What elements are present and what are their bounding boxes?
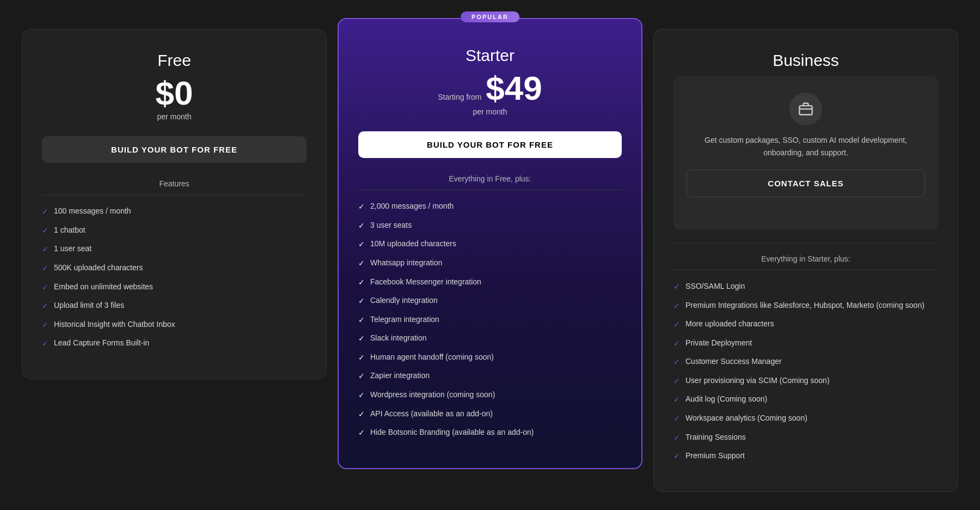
check-icon: ✓ bbox=[358, 315, 365, 326]
list-item: ✓ 3 user seats bbox=[358, 220, 622, 232]
check-icon: ✓ bbox=[358, 428, 365, 439]
check-icon: ✓ bbox=[673, 319, 680, 330]
starter-plan-name: Starter bbox=[358, 46, 622, 65]
svg-rect-0 bbox=[799, 106, 812, 114]
feature-text: User provisioning via SCIM (Coming soon) bbox=[685, 375, 830, 386]
feature-text: 100 messages / month bbox=[54, 206, 131, 217]
list-item: ✓ Customer Success Manager bbox=[673, 356, 938, 368]
pricing-container: Free $0 per month BUILD YOUR BOT FOR FRE… bbox=[11, 18, 969, 492]
feature-text: Premium Support bbox=[685, 451, 745, 462]
list-item: ✓ More uploaded characters bbox=[673, 319, 938, 330]
check-icon: ✓ bbox=[358, 296, 365, 307]
starter-price-from: Starting from bbox=[438, 93, 481, 101]
check-icon: ✓ bbox=[673, 376, 680, 387]
free-cta-button[interactable]: BUILD YOUR BOT FOR FREE bbox=[42, 136, 307, 163]
business-plan-name: Business bbox=[673, 51, 938, 70]
list-item: ✓ SSO/SAML Login bbox=[673, 281, 938, 293]
check-icon: ✓ bbox=[358, 239, 365, 250]
list-item: ✓ Wordpress integration (coming soon) bbox=[358, 390, 622, 401]
business-features-title: Everything in Starter, plus: bbox=[673, 254, 938, 270]
list-item: ✓ Historical Insight with Chatbot Inbox bbox=[42, 319, 307, 331]
feature-text: Lead Capture Forms Built-in bbox=[54, 338, 149, 349]
check-icon: ✓ bbox=[673, 451, 680, 462]
check-icon: ✓ bbox=[358, 258, 365, 269]
list-item: ✓ Whatsapp integration bbox=[358, 258, 622, 269]
check-icon: ✓ bbox=[42, 244, 48, 255]
check-icon: ✓ bbox=[358, 353, 365, 363]
feature-text: Upload limit of 3 files bbox=[54, 300, 124, 311]
check-icon: ✓ bbox=[673, 301, 680, 312]
check-icon: ✓ bbox=[42, 207, 48, 217]
feature-text: Wordpress integration (coming soon) bbox=[370, 390, 495, 400]
feature-text: Human agent handoff (coming soon) bbox=[370, 352, 494, 363]
starter-features-list: ✓ 2,000 messages / month ✓ 3 user seats … bbox=[358, 201, 622, 439]
starter-cta-button[interactable]: BUILD YOUR BOT FOR FREE bbox=[358, 131, 622, 158]
free-price-row: $0 bbox=[42, 76, 307, 110]
list-item: ✓ Private Deployment bbox=[673, 338, 938, 349]
check-icon: ✓ bbox=[673, 338, 680, 349]
business-description: Get custom packages, SSO, custom AI mode… bbox=[687, 134, 925, 159]
list-item: ✓ Audit log (Coming soon) bbox=[673, 394, 938, 405]
list-item: ✓ Hide Botsonic Branding (available as a… bbox=[358, 427, 622, 439]
check-icon: ✓ bbox=[358, 409, 365, 420]
list-item: ✓ Embed on unlimited websites bbox=[42, 282, 307, 293]
starter-plan-card: POPULAR Starter Starting from $49 per mo… bbox=[338, 18, 642, 469]
check-icon: ✓ bbox=[358, 221, 365, 232]
check-icon: ✓ bbox=[42, 263, 48, 274]
free-plan-name: Free bbox=[42, 51, 307, 70]
feature-text: 500K uploaded characters bbox=[54, 263, 143, 274]
check-icon: ✓ bbox=[42, 226, 48, 236]
feature-text: Historical Insight with Chatbot Inbox bbox=[54, 319, 175, 330]
list-item: ✓ Training Sessions bbox=[673, 432, 938, 444]
starter-price-period: per month bbox=[358, 107, 622, 116]
feature-text: 2,000 messages / month bbox=[370, 201, 454, 212]
free-price-period: per month bbox=[42, 112, 307, 121]
feature-text: More uploaded characters bbox=[685, 319, 774, 330]
list-item: ✓ 500K uploaded characters bbox=[42, 263, 307, 274]
list-item: ✓ Zapier integration bbox=[358, 371, 622, 382]
starter-price-row: Starting from $49 bbox=[358, 71, 622, 105]
feature-text: Calendly integration bbox=[370, 295, 438, 306]
list-item: ✓ Facebook Messenger integration bbox=[358, 277, 622, 288]
feature-text: 3 user seats bbox=[370, 220, 412, 231]
starter-price-amount: $49 bbox=[486, 71, 542, 105]
list-item: ✓ 100 messages / month bbox=[42, 206, 307, 217]
check-icon: ✓ bbox=[673, 433, 680, 444]
list-item: ✓ 2,000 messages / month bbox=[358, 201, 622, 212]
feature-text: Workspace analytics (Coming soon) bbox=[685, 413, 807, 424]
feature-text: Whatsapp integration bbox=[370, 258, 442, 269]
business-features-list: ✓ SSO/SAML Login ✓ Premium Integrations … bbox=[673, 281, 938, 462]
list-item: ✓ API Access (available as an add-on) bbox=[358, 409, 622, 420]
business-plan-card: Business Get custom packages, SSO, custo… bbox=[653, 29, 958, 492]
free-plan-card: Free $0 per month BUILD YOUR BOT FOR FRE… bbox=[22, 29, 327, 379]
check-icon: ✓ bbox=[673, 414, 680, 424]
contact-sales-button[interactable]: CONTACT SALES bbox=[687, 169, 925, 197]
list-item: ✓ Premium Integrations like Salesforce, … bbox=[673, 300, 938, 312]
feature-text: Training Sessions bbox=[685, 432, 746, 443]
feature-text: SSO/SAML Login bbox=[685, 281, 745, 292]
check-icon: ✓ bbox=[42, 301, 48, 312]
feature-text: Embed on unlimited websites bbox=[54, 282, 153, 293]
check-icon: ✓ bbox=[673, 357, 680, 368]
feature-text: API Access (available as an add-on) bbox=[370, 409, 493, 420]
list-item: ✓ Premium Support bbox=[673, 451, 938, 462]
feature-text: Zapier integration bbox=[370, 371, 430, 381]
feature-text: Telegram integration bbox=[370, 314, 439, 325]
divider bbox=[673, 243, 938, 244]
check-icon: ✓ bbox=[673, 282, 680, 293]
feature-text: Facebook Messenger integration bbox=[370, 277, 481, 288]
feature-text: 10M uploaded characters bbox=[370, 239, 456, 250]
list-item: ✓ Calendly integration bbox=[358, 295, 622, 307]
check-icon: ✓ bbox=[673, 394, 680, 405]
starter-features-title: Everything in Free, plus: bbox=[358, 174, 622, 190]
feature-text: Customer Success Manager bbox=[685, 356, 782, 367]
feature-text: Audit log (Coming soon) bbox=[685, 394, 767, 405]
list-item: ✓ Human agent handoff (coming soon) bbox=[358, 352, 622, 363]
free-features-list: ✓ 100 messages / month ✓ 1 chatbot ✓ 1 u… bbox=[42, 206, 307, 349]
business-info-box: Get custom packages, SSO, custom AI mode… bbox=[673, 76, 938, 230]
feature-text: 1 chatbot bbox=[54, 225, 85, 236]
list-item: ✓ 10M uploaded characters bbox=[358, 239, 622, 250]
list-item: ✓ Upload limit of 3 files bbox=[42, 300, 307, 312]
feature-text: Premium Integrations like Salesforce, Hu… bbox=[685, 300, 924, 311]
check-icon: ✓ bbox=[42, 320, 48, 331]
